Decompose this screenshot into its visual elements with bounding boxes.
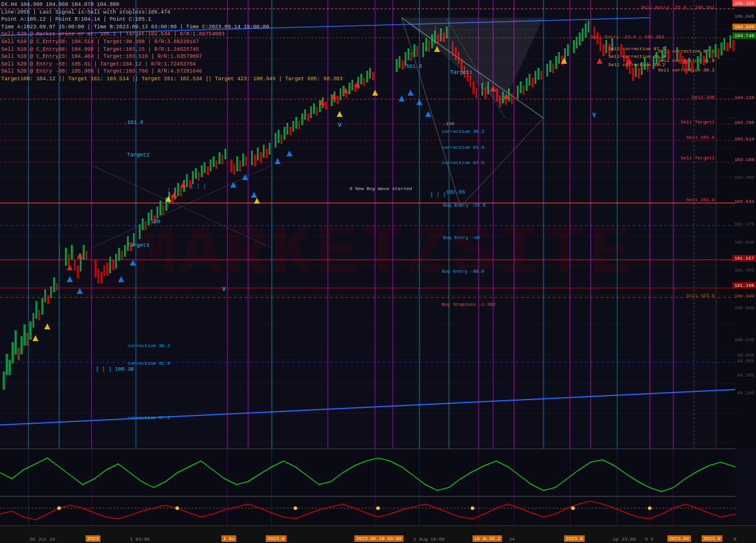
svg-rect-67 [38, 310, 40, 320]
svg-rect-129 [239, 161, 241, 171]
svg-rect-90 [118, 248, 120, 261]
svg-rect-182 [428, 41, 430, 52]
svg-rect-264 [712, 50, 713, 59]
svg-rect-143 [286, 123, 288, 135]
svg-rect-233 [602, 44, 604, 56]
time-sep-2300: ep 23:00 [613, 537, 636, 542]
time-1-0300: 1 03:00 [130, 537, 150, 542]
svg-marker-282 [251, 192, 257, 198]
svg-text:0 New Buy Wave started: 0 New Buy Wave started [350, 186, 412, 191]
time-2023-08-2: 2023.0 [564, 535, 585, 542]
svg-rect-218 [552, 64, 554, 73]
price-label-105045: 105.045 [732, 13, 756, 19]
info-line-1: DX.H4 104.960 104.960 104.870 104.880 [1, 1, 343, 9]
svg-rect-261 [703, 56, 705, 65]
svg-marker-285 [399, 96, 405, 102]
svg-rect-102 [157, 207, 158, 218]
svg-text:Sell correction 61.8: Sell correction 61.8 [608, 54, 665, 59]
svg-rect-63 [27, 333, 28, 345]
svg-rect-144 [289, 127, 291, 135]
svg-rect-60 [18, 348, 19, 360]
svg-rect-75 [68, 254, 70, 266]
price-box-101557: 101.557 [732, 255, 756, 261]
svg-rect-153 [316, 107, 318, 116]
svg-point-352 [471, 506, 474, 510]
svg-point-350 [294, 506, 297, 510]
svg-rect-87 [109, 257, 111, 273]
svg-rect-176 [408, 48, 409, 60]
svg-rect-213 [535, 71, 536, 84]
svg-rect-234 [605, 40, 607, 53]
svg-rect-97 [142, 218, 144, 230]
svg-rect-241 [632, 68, 634, 81]
svg-rect-83 [97, 269, 99, 283]
svg-rect-270 [729, 35, 731, 48]
svg-text:| | |: | | | [430, 192, 446, 198]
svg-rect-85 [103, 266, 105, 276]
svg-marker-306 [337, 111, 343, 117]
svg-line-15 [0, 390, 735, 425]
svg-rect-74 [65, 248, 67, 266]
svg-rect-178 [413, 44, 415, 57]
svg-rect-99 [148, 212, 149, 225]
svg-rect-110 [180, 188, 182, 197]
price-label-99100: 99.100 [735, 390, 756, 396]
svg-rect-152 [313, 103, 315, 114]
time-aug1-1900: 1 Aug 19:00 [413, 537, 445, 542]
info-panel: DX.H4 104.960 104.960 104.870 104.880 Li… [1, 1, 343, 83]
svg-rect-127 [233, 164, 235, 175]
svg-rect-114 [192, 171, 194, 184]
svg-rect-197 [475, 87, 477, 98]
svg-marker-288 [425, 111, 431, 117]
svg-text:Sell correction 38.2: Sell correction 38.2 [608, 62, 665, 67]
svg-point-348 [57, 506, 61, 510]
price-label-102175: 102.175 [732, 221, 756, 227]
svg-rect-91 [121, 251, 123, 260]
time-jul20: 20 Jul 19 [30, 537, 55, 542]
svg-rect-227 [582, 28, 584, 41]
price-box-sell-entry: 105.330 [732, 0, 756, 6]
svg-text:V: V [338, 122, 341, 129]
svg-text:Sell correction 87.5: Sell correction 87.5 [608, 46, 665, 51]
svg-text:Sell Entry -23.6 | 105.351: Sell Entry -23.6 | 105.351 [591, 34, 664, 40]
time-2023-09-2: 2023.0 [702, 535, 722, 542]
svg-rect-254 [679, 52, 681, 64]
svg-rect-57 [9, 360, 11, 375]
oscillator-svg: 2.694 0.00 -3.014 [0, 449, 735, 526]
info-line-7: Sell %10 @ C_Entry88: 104.998 | Target:1… [1, 46, 343, 54]
svg-rect-160 [340, 89, 341, 100]
svg-rect-146 [295, 117, 297, 129]
svg-rect-119 [207, 166, 208, 175]
price-label-99385: 99.385 [735, 372, 756, 378]
svg-marker-284 [286, 151, 292, 156]
svg-rect-65 [32, 313, 34, 328]
svg-rect-257 [688, 58, 690, 71]
svg-rect-225 [576, 37, 578, 48]
info-line-9: Sell %20 @ Entry -50: 105.61 | Target:10… [1, 61, 343, 68]
svg-rect-115 [195, 168, 197, 179]
info-line-3: Point A:105.12 | Point B:104.14 | Point … [1, 16, 343, 24]
svg-point-351 [376, 506, 380, 510]
svg-marker-289 [67, 264, 73, 270]
svg-rect-150 [307, 113, 309, 121]
svg-rect-135 [260, 152, 262, 163]
svg-rect-81 [86, 251, 87, 260]
svg-rect-220 [558, 52, 560, 64]
svg-rect-148 [301, 113, 303, 125]
svg-rect-215 [540, 71, 542, 80]
time-axis: 20 Jul 19 2023 1 03:00 1 Au 2023.0 2023.… [0, 525, 756, 543]
svg-rect-265 [715, 44, 716, 57]
price-label-101930: 101.930 [732, 239, 756, 246]
svg-rect-92 [124, 245, 126, 257]
price-box-low: 104.740 [732, 32, 756, 39]
svg-text:Buy Entry -23.6: Buy Entry -23.6 [443, 202, 485, 208]
price-box-101100: 101.100 [732, 282, 756, 289]
svg-rect-66 [35, 301, 37, 319]
svg-rect-223 [567, 44, 569, 56]
svg-text:correction 38.2: correction 38.2 [128, 343, 170, 348]
svg-text:| | |: | | | [190, 184, 206, 189]
info-line-5: Sell %20 @ Market price or at: 105.1 | T… [1, 31, 343, 38]
price-label-sell100: 104.120 [732, 94, 756, 101]
svg-rect-112 [186, 174, 188, 187]
time-2023-1: 2023 [86, 535, 100, 542]
